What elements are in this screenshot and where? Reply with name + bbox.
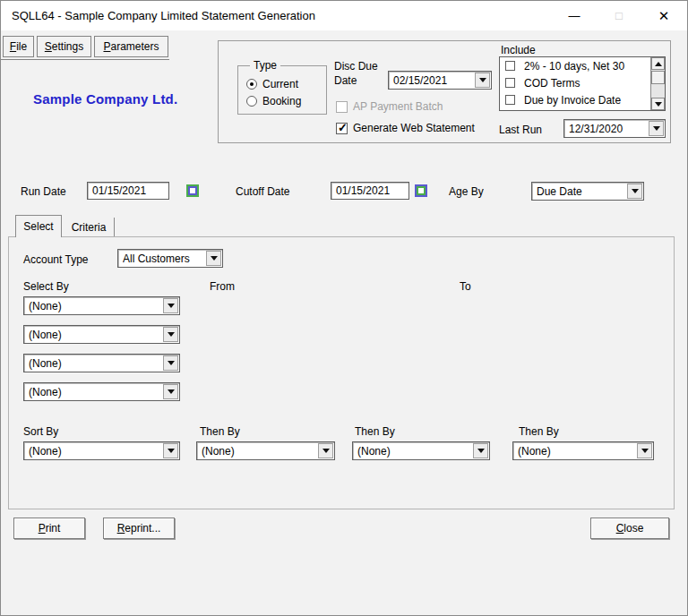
age-by-label: Age By <box>449 185 484 198</box>
scroll-up-icon[interactable] <box>651 57 665 70</box>
scroll-down-icon[interactable] <box>651 98 665 110</box>
chevron-down-icon[interactable] <box>206 251 221 266</box>
age-by-combo[interactable]: Due Date <box>531 182 644 201</box>
then-by-combo-3[interactable]: (None) <box>512 441 654 460</box>
include-scrollbar[interactable] <box>650 57 665 110</box>
run-date-calendar-icon[interactable] <box>186 184 199 197</box>
disc-due-label-line2: Date <box>334 74 357 87</box>
select-by-value-4: (None) <box>29 386 161 398</box>
menu-settings-label: Settings <box>45 40 83 53</box>
cutoff-date-input[interactable] <box>331 182 409 200</box>
select-by-header: Select By <box>23 280 69 293</box>
disc-due-date-combo[interactable]: 02/15/2021 <box>388 71 492 90</box>
then-by-combo-2[interactable]: (None) <box>352 441 490 460</box>
select-by-value-1: (None) <box>29 300 161 312</box>
select-by-combo-4[interactable]: (None) <box>23 382 180 401</box>
sort-by-label: Sort By <box>23 425 58 438</box>
include-item[interactable]: Due by Invoice Date <box>500 91 649 108</box>
run-date-input[interactable] <box>87 182 169 200</box>
account-type-label: Account Type <box>23 253 89 266</box>
select-tab-panel <box>8 236 675 509</box>
then-by-combo-1[interactable]: (None) <box>196 441 335 460</box>
generate-web-statement-label: Generate Web Statement <box>353 122 475 134</box>
reprint-button[interactable]: Reprint... <box>103 518 175 539</box>
chevron-down-icon[interactable] <box>649 121 664 136</box>
then-by-label-3: Then By <box>519 425 559 438</box>
run-date-label: Run Date <box>21 185 66 198</box>
account-type-combo[interactable]: All Customers <box>117 249 223 268</box>
reprint-button-label: Reprint... <box>117 522 161 535</box>
select-by-combo-2[interactable]: (None) <box>23 325 180 344</box>
ap-payment-batch-checkbox: AP Payment Batch <box>336 100 443 113</box>
include-item-label: COD Terms <box>524 77 580 90</box>
close-button[interactable]: ✕ <box>646 1 682 30</box>
sort-by-value: (None) <box>29 445 161 458</box>
print-button[interactable]: Print <box>13 518 85 539</box>
ap-payment-batch-box-icon <box>336 101 348 113</box>
scroll-thumb[interactable] <box>651 71 665 84</box>
then-by-value-2: (None) <box>357 445 471 458</box>
include-item-checkbox-icon <box>505 95 515 105</box>
menu-file[interactable]: File <box>3 36 34 57</box>
tab-criteria-label: Criteria <box>72 221 107 234</box>
select-by-combo-3[interactable]: (None) <box>23 354 180 372</box>
chevron-down-icon[interactable] <box>163 298 178 313</box>
tab-criteria[interactable]: Criteria <box>64 218 115 236</box>
age-by-value: Due Date <box>537 185 625 198</box>
include-item[interactable]: COD Terms <box>500 74 649 91</box>
radio-current-label: Current <box>262 78 298 90</box>
then-by-value-1: (None) <box>202 445 316 458</box>
chevron-down-icon[interactable] <box>163 443 178 458</box>
include-label: Include <box>501 44 536 56</box>
menu-settings[interactable]: Settings <box>37 36 91 57</box>
chevron-down-icon[interactable] <box>637 443 652 458</box>
cutoff-date-calendar-icon[interactable] <box>415 184 427 197</box>
disc-due-label-line1: Disc Due <box>334 60 378 73</box>
from-header: From <box>210 280 235 293</box>
last-run-value: 12/31/2020 <box>569 123 647 135</box>
close-button-footer[interactable]: Close <box>590 518 669 539</box>
chevron-down-icon[interactable] <box>627 184 642 199</box>
chevron-down-icon[interactable] <box>163 355 178 371</box>
maximize-icon: □ <box>615 9 623 22</box>
radio-booking[interactable]: Booking <box>246 95 301 107</box>
maximize-button[interactable]: □ <box>601 1 637 30</box>
type-group-label: Type <box>250 59 280 72</box>
chevron-down-icon[interactable] <box>475 73 490 88</box>
minimize-button[interactable]: — <box>556 1 592 30</box>
tab-select[interactable]: Select <box>15 215 62 237</box>
company-name: Sample Company Ltd. <box>33 91 177 107</box>
include-item[interactable]: 2% - 10 days, Net 30 <box>500 57 649 74</box>
tab-select-label: Select <box>23 220 53 233</box>
account-type-value: All Customers <box>123 252 204 265</box>
radio-booking-icon <box>246 96 257 107</box>
radio-booking-label: Booking <box>262 95 301 107</box>
select-by-value-2: (None) <box>29 329 161 341</box>
sort-by-combo[interactable]: (None) <box>23 441 180 460</box>
title-bar: SQLL64 - Sample Company Limited Statemen… <box>1 1 687 30</box>
select-by-value-3: (None) <box>29 357 161 370</box>
window-title: SQLL64 - Sample Company Limited Statemen… <box>12 9 315 22</box>
radio-current[interactable]: Current <box>246 78 298 90</box>
radio-current-icon <box>246 79 257 90</box>
menu-parameters[interactable]: Parameters <box>94 36 168 57</box>
generate-web-statement-checkbox[interactable]: Generate Web Statement <box>336 122 475 134</box>
chevron-down-icon[interactable] <box>473 443 488 458</box>
last-run-combo[interactable]: 12/31/2020 <box>563 119 666 138</box>
include-item-checkbox-icon <box>505 61 515 71</box>
include-listbox: 2% - 10 days, Net 30 COD Terms Due by In… <box>499 56 666 111</box>
include-item-checkbox-icon <box>505 78 515 88</box>
ap-payment-batch-label: AP Payment Batch <box>353 100 443 113</box>
cutoff-date-label: Cutoff Date <box>236 185 289 198</box>
chevron-down-icon[interactable] <box>163 384 178 399</box>
chevron-down-icon[interactable] <box>163 327 178 342</box>
to-header: To <box>460 280 471 293</box>
then-by-label-1: Then By <box>200 425 240 438</box>
menu-file-label: File <box>10 40 27 53</box>
minimize-icon: — <box>569 9 580 22</box>
statement-generation-window: SQLL64 - Sample Company Limited Statemen… <box>0 0 688 616</box>
menu-underline <box>1 59 169 60</box>
select-by-combo-1[interactable]: (None) <box>23 296 180 315</box>
menu-parameters-label: Parameters <box>103 40 159 53</box>
chevron-down-icon[interactable] <box>318 443 333 458</box>
